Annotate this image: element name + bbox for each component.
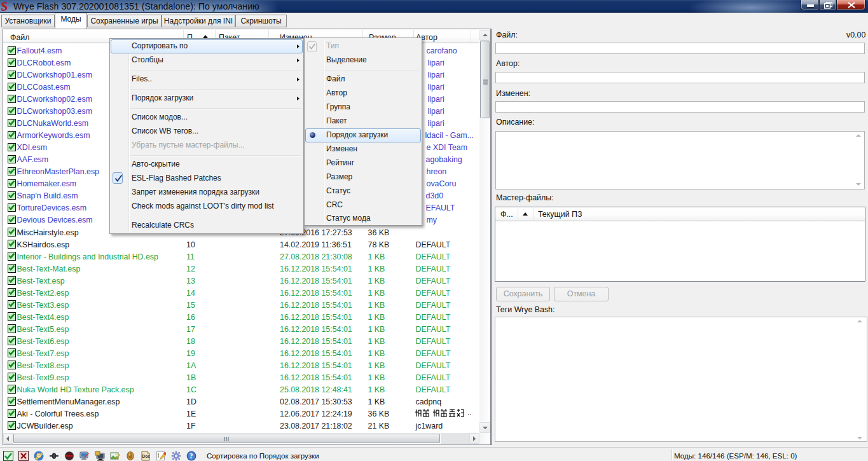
svg-text:?: ? xyxy=(189,452,193,460)
svg-text:Doc: Doc xyxy=(142,454,150,458)
svg-text:...: ... xyxy=(467,408,472,417)
